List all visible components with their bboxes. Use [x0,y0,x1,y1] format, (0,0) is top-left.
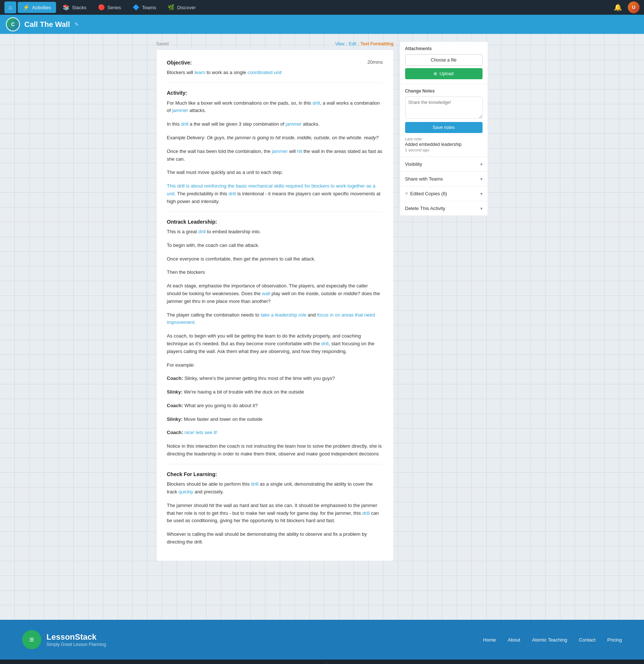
editor-toolbar: Saved View | Edit | Text Formatting [156,41,394,46]
leadership-p7: As coach, to begin with you will be gett… [167,332,383,355]
leadership-dialogue-2: Slinky: We're having a bit of trouble wi… [167,388,383,396]
nav-discover-label: Discover [177,5,196,10]
visibility-accordion[interactable]: Visibility ▾ [400,157,488,172]
discover-icon: 🌿 [168,4,175,11]
page-inner: Saved View | Edit | Text Formatting Obje… [156,41,488,612]
edited-copies-accordion[interactable]: ⑂ Edited Copies (6) ▾ [400,186,488,201]
check-p2: The jammer should hit the wall as hard a… [167,502,383,525]
footer-pricing-link[interactable]: Pricing [607,637,622,643]
objective-duration: 20mins [368,59,383,66]
upload-label: Upload [439,71,453,76]
last-note-time: 1 second ago [405,148,483,152]
nav-teams-label: Teams [142,5,156,10]
footer-brand: LessonStack [46,632,106,642]
notes-textarea[interactable] [405,97,483,119]
sub-header: C Call The Wall ✎ [0,15,644,34]
change-notes-title: Change Notes [405,88,483,94]
check-p3: Whoever is calling the wall should be de… [167,531,383,546]
activity-content-card: Objective: 20mins Blockers will learn to… [156,49,394,561]
activity-heading: Activity: [167,89,383,97]
leadership-p2: To begin with, the coach can call the at… [167,242,383,249]
nav-stacks-label: Stacks [72,5,86,10]
objective-heading: Objective: 20mins [167,59,383,67]
activity-title: Call The Wall [24,20,70,29]
choose-file-button[interactable]: Choose a file [405,54,483,66]
stacks-icon: 📚 [63,4,70,11]
share-teams-accordion[interactable]: Share with Teams ▾ [400,172,488,186]
nav-series[interactable]: 🔴 Series [93,2,126,13]
footer-logo-icon: ≡ [22,630,41,649]
footer-links: Home About Atomic Teaching Contact Prici… [483,637,622,643]
last-note-label: Last note: [405,137,483,141]
series-icon: 🔴 [98,4,105,11]
leadership-dialogue-1: Coach: Slinky, where's the jammer gettin… [167,375,383,382]
last-note-text: Added embedded leadership [405,142,483,147]
saved-status: Saved [156,41,169,46]
page-background: Saved View | Edit | Text Formatting Obje… [0,34,644,620]
leadership-example-label: For example: [167,361,383,369]
toolbar-sep-2: | [358,41,359,46]
footer-atomic-link[interactable]: Atomic Teaching [532,637,567,643]
nav-activities[interactable]: ⚡ Activities [18,2,56,13]
delete-chevron: ▾ [480,206,483,211]
edited-copies-label: ⑂ Edited Copies (6) [405,191,447,196]
content-area: Saved View | Edit | Text Formatting Obje… [156,41,394,612]
activity-p1: For Much like a boxer will work combinat… [167,99,383,115]
visibility-chevron: ▾ [480,162,483,167]
footer-home-link[interactable]: Home [483,637,496,643]
delete-activity-label: Delete This Activity [405,206,446,211]
save-notes-button[interactable]: Save notes [405,122,483,133]
leadership-p4: Then the blockers [167,269,383,276]
objective-section: Objective: 20mins Blockers will learn to… [167,59,383,77]
check-p1: Blockers should be able to perform this … [167,480,383,496]
edit-link[interactable]: Edit [349,41,356,46]
notifications-bell[interactable]: 🔔 [614,3,622,11]
sidebar-card: Attachments Choose a file ⊕ Upload Chang… [400,41,488,216]
attachments-section: Attachments Choose a file ⊕ Upload [400,42,488,84]
home-button[interactable]: ⌂ [4,1,16,13]
leadership-dialogue-4: Slinky: Move faster and lower on the out… [167,416,383,423]
user-avatar[interactable]: U [628,1,640,13]
footer-contact-link[interactable]: Contact [579,637,595,643]
activity-p5: The wall must move quickly and as a unit… [167,169,383,177]
attachments-title: Attachments [405,46,483,51]
nav-teams[interactable]: 🔷 Teams [128,2,161,13]
leadership-p3: Once everyone is comfortable, then get t… [167,255,383,263]
delete-activity-accordion[interactable]: Delete This Activity ▾ [400,201,488,216]
toolbar-sep-1: | [346,41,347,46]
nav-stacks[interactable]: 📚 Stacks [58,2,91,13]
activity-avatar: C [6,17,20,31]
top-nav: ⌂ ⚡ Activities 📚 Stacks 🔴 Series 🔷 Teams… [0,0,644,15]
activities-icon: ⚡ [23,4,30,11]
objective-text: Blockers will learn to work as a single … [167,69,383,77]
leadership-p1: This is a great drill to embed leadershi… [167,228,383,236]
formatting-link[interactable]: Text Formatting [361,41,394,46]
edit-title-icon[interactable]: ✎ [74,21,79,27]
check-section: Check For Learning: Blockers should be a… [167,470,383,546]
edited-copies-chevron: ▾ [480,191,483,196]
bottom-bar: LessonStack © 2017-20 [0,660,644,664]
share-teams-chevron: ▾ [480,177,483,182]
check-heading: Check For Learning: [167,470,383,478]
leadership-dialogue-5: Coach: nice! lets see it! [167,429,383,437]
activity-p2: In this drill a the wall will be given 3… [167,120,383,128]
nav-discover[interactable]: 🌿 Discover [163,2,201,13]
teams-icon: 🔷 [133,4,140,11]
leadership-section: Ontrack Leadership: This is a great dril… [167,218,383,458]
view-link[interactable]: View [335,41,345,46]
footer-tagline: Simply Great Lesson Planning [46,642,106,647]
activity-section: Activity: For Much like a boxer will wor… [167,89,383,205]
footer-logo-area: ≡ LessonStack Simply Great Lesson Planni… [22,630,106,649]
footer-about-link[interactable]: About [508,637,520,643]
fork-icon: ⑂ [405,191,408,196]
upload-icon: ⊕ [434,71,437,76]
leadership-heading: Ontrack Leadership: [167,218,383,226]
footer-brand-area: LessonStack Simply Great Lesson Planning [46,632,106,647]
activity-p3: Example Delivery: Ok guys, the jammer is… [167,134,383,142]
activity-p6: This drill is about reinforcing the basi… [167,182,383,205]
activity-p4: Once the wall has been told the combinat… [167,148,383,163]
sidebar: Attachments Choose a file ⊕ Upload Chang… [400,41,488,612]
leadership-dialogue-3: Coach: What are you going to do about it… [167,402,383,410]
upload-button[interactable]: ⊕ Upload [405,68,483,79]
footer: ≡ LessonStack Simply Great Lesson Planni… [0,620,644,660]
